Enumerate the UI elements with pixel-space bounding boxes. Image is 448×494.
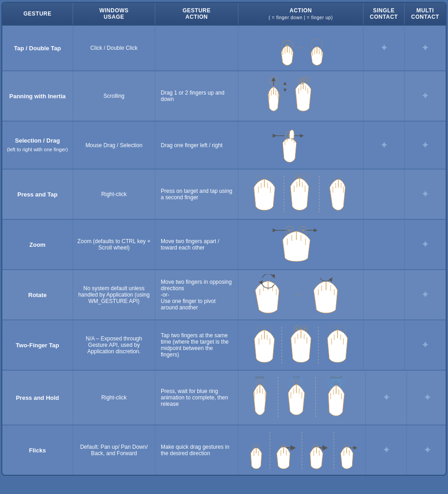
svg-text:-or-: -or-	[298, 45, 304, 50]
single-contact-cell	[364, 320, 405, 370]
action-cell: Press, wait for blue ring animation to c…	[155, 371, 238, 425]
star-icon: ✦	[380, 42, 388, 54]
multi-contact-cell: ✦	[405, 270, 446, 319]
zoom-svg	[255, 224, 347, 265]
visual-cell: -or-	[238, 71, 364, 121]
windows-usage-cell: Click / Double Click	[73, 26, 155, 70]
svg-point-31	[302, 229, 305, 232]
action-cell: Move two fingers in opposing directions …	[155, 270, 238, 319]
visual-cell: press hold release	[238, 371, 366, 425]
star-icon: ✦	[421, 239, 429, 250]
gesture-name-cell: Flicks	[2, 425, 73, 475]
visual-cell	[238, 425, 366, 475]
tap-svg: -or-	[271, 30, 331, 66]
gesture-name-cell: Two-Finger Tap	[2, 320, 73, 370]
header-gesture: GESTURE	[2, 3, 73, 25]
multi-contact-cell: ✦	[405, 26, 446, 70]
star-icon: ✦	[421, 339, 429, 351]
gesture-name-cell: Press and Tap	[2, 170, 73, 219]
svg-point-38	[296, 328, 298, 330]
gesture-illustration	[241, 428, 363, 473]
gesture-illustration: press hold release	[241, 373, 363, 422]
two-finger-tap-svg	[246, 324, 356, 366]
gesture-name-cell: Zoom	[2, 220, 73, 269]
row-flicks: Flicks Default: Pan up/ Pan Down/ Back, …	[2, 425, 446, 475]
svg-text:release: release	[330, 375, 343, 379]
action-cell: Drag one finger left / right	[155, 122, 238, 169]
windows-usage-cell: Mouse Drag / Selection	[73, 122, 155, 169]
row-zoom: Zoom Zoom (defaults to CTRL key + Scroll…	[2, 220, 446, 270]
multi-contact-cell: ✦	[407, 425, 447, 475]
visual-cell	[238, 320, 364, 370]
gesture-illustration	[241, 172, 361, 217]
star-icon: ✦	[382, 444, 390, 456]
action-cell: Press on target and tap using a second f…	[155, 170, 238, 219]
action-cell: Drag 1 or 2 fingers up and down	[155, 71, 238, 121]
multi-contact-cell: ✦	[407, 371, 447, 425]
gesture-name-cell: Tap / Double Tap	[2, 26, 73, 70]
gesture-name-cell: Rotate	[2, 270, 73, 319]
single-contact-cell: ✦	[364, 122, 405, 169]
gesture-illustration	[241, 222, 361, 267]
gesture-illustration	[241, 323, 361, 367]
multi-contact-cell: ✦	[405, 122, 446, 169]
row-tap-double-tap: Tap / Double Tap Click / Double Click	[2, 26, 446, 71]
action-cell: Make quick drag gestures in the desired …	[155, 425, 238, 475]
header-single-contact: Single Contact	[364, 3, 405, 25]
svg-point-14	[305, 79, 307, 81]
windows-usage-cell: Zoom (defaults to CTRL key + Scroll whee…	[73, 220, 155, 269]
star-icon: ✦	[421, 188, 429, 200]
windows-usage-cell: No system default unless handled by Appl…	[73, 270, 155, 319]
single-contact-cell	[364, 71, 405, 121]
gesture-illustration: -or-	[241, 28, 361, 68]
multi-contact-cell: ✦	[405, 170, 446, 219]
star-icon: ✦	[421, 139, 429, 151]
multi-contact-cell: ✦	[405, 71, 446, 121]
gesture-name-cell: Press and Hold	[2, 371, 73, 425]
star-icon: ✦	[380, 139, 388, 151]
row-press-and-tap: Press and Tap Right-click Press on targe…	[2, 170, 446, 220]
single-contact-cell	[364, 220, 405, 269]
gesture-name-cell: Panning with Inertia	[2, 71, 73, 121]
single-contact-cell	[364, 170, 405, 219]
svg-text:press: press	[255, 375, 264, 379]
flicks-svg	[242, 430, 361, 471]
header-multi-contact: Multi Contact	[405, 3, 446, 25]
panning-svg: -or-	[255, 75, 347, 117]
visual-cell	[238, 170, 364, 219]
windows-usage-cell: Right-click	[73, 371, 155, 425]
visual-cell	[238, 122, 364, 169]
single-contact-cell: ✦	[366, 425, 407, 475]
rotate-svg: -or-	[246, 274, 356, 315]
press-hold-svg: press hold release	[242, 375, 361, 420]
visual-cell: -or-	[238, 270, 364, 319]
star-icon: ✦	[423, 444, 432, 456]
row-selection-drag: Selection / Drag(left to right with one …	[2, 122, 446, 170]
row-two-finger-tap: Two-Finger Tap N/A – Exposed through Ges…	[2, 320, 446, 371]
star-icon: ✦	[421, 42, 429, 54]
row-press-and-hold: Press and Hold Right-click Press, wait f…	[2, 371, 446, 425]
single-contact-cell: ✦	[366, 371, 407, 425]
row-rotate: Rotate No system default unless handled …	[2, 270, 446, 320]
gesture-table: GESTURE WINDOWS USAGE GESTURE ACTION ACT…	[1, 2, 447, 476]
windows-usage-cell: Default: Pan up/ Pan Down/ Back, and For…	[73, 425, 155, 475]
gesture-illustration	[241, 124, 361, 166]
windows-usage-cell: Right-click	[73, 170, 155, 219]
svg-point-24	[304, 174, 310, 181]
windows-usage-cell: N/A – Exposed through Gesture API, used …	[73, 320, 155, 370]
header-action: ACTION ( = finger down | = finger up)	[238, 3, 364, 25]
svg-point-40	[303, 328, 306, 330]
action-cell	[155, 26, 238, 70]
header-windows: WINDOWS USAGE	[73, 3, 155, 25]
gesture-illustration: -or-	[241, 74, 361, 118]
selection-svg	[260, 126, 342, 165]
header-gesture-action: GESTURE ACTION	[155, 3, 238, 25]
gesture-illustration: -or-	[241, 272, 361, 317]
star-icon: ✦	[421, 289, 429, 301]
visual-cell: -or-	[238, 26, 364, 70]
multi-contact-cell: ✦	[405, 220, 446, 269]
table-header: GESTURE WINDOWS USAGE GESTURE ACTION ACT…	[2, 3, 446, 26]
row-panning: Panning with Inertia Scrolling Drag 1 or…	[2, 71, 446, 122]
single-contact-cell: ✦	[364, 26, 405, 70]
svg-text:-or-: -or-	[295, 292, 302, 297]
